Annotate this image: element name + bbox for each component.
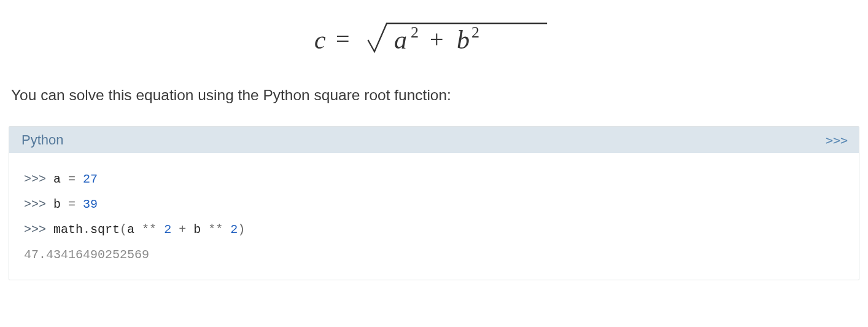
code-text: ( [120, 223, 127, 237]
svg-text:+: + [430, 25, 444, 53]
code-text: + [179, 223, 186, 237]
repl-prompt: >>> [24, 197, 53, 211]
code-text: ** [142, 223, 157, 237]
code-text: b [193, 223, 201, 237]
code-text: 2 [164, 223, 171, 237]
code-text: a [53, 172, 61, 186]
code-text: = [61, 172, 83, 186]
svg-text:=: = [336, 25, 350, 53]
equation-svg: c = a 2 + b 2 [314, 18, 554, 58]
code-text: 2 [230, 223, 238, 237]
prompt-toggle-button[interactable]: >>> [826, 133, 848, 148]
code-body: >>> a = 27 >>> b = 39 >>> math.sqrt(a **… [9, 153, 859, 280]
code-block: Python >>> >>> a = 27 >>> b = 39 >>> mat… [9, 126, 859, 280]
svg-text:2: 2 [471, 23, 479, 41]
code-text: ** [208, 223, 223, 237]
code-language-label: Python [21, 132, 64, 148]
svg-text:b: b [457, 26, 470, 54]
code-text: ) [238, 223, 245, 237]
svg-text:c: c [314, 26, 326, 54]
code-output: 47.43416490252569 [24, 248, 149, 262]
code-text: sqrt [90, 223, 120, 237]
code-text: . [83, 223, 90, 237]
svg-text:2: 2 [411, 23, 419, 41]
repl-prompt: >>> [24, 223, 53, 237]
equation-display: c = a 2 + b 2 [9, 18, 859, 60]
code-text: math [53, 223, 83, 237]
code-text: = [61, 197, 83, 211]
svg-text:a: a [394, 26, 407, 54]
code-text: 27 [83, 172, 98, 186]
code-text: a [127, 223, 134, 237]
description-text: You can solve this equation using the Py… [11, 85, 859, 105]
repl-prompt: >>> [24, 172, 53, 186]
code-text: 39 [83, 197, 98, 211]
code-text: b [53, 197, 61, 211]
code-header: Python >>> [9, 127, 859, 153]
